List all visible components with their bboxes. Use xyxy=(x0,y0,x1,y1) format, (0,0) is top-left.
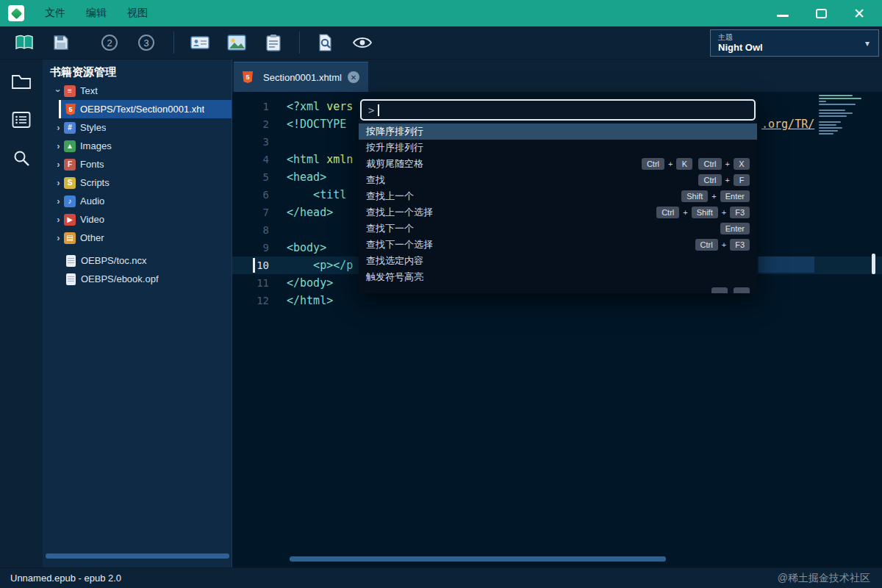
doctype-link[interactable]: .org/TR/ xyxy=(761,115,814,133)
key-badge: Ctrl xyxy=(656,207,679,218)
circled-3-button[interactable]: 3 xyxy=(132,29,160,56)
line-number: 11 xyxy=(232,274,269,292)
menu-item[interactable]: 视图 xyxy=(127,7,148,20)
document-icon xyxy=(66,273,76,285)
preview-button[interactable] xyxy=(348,29,376,56)
close-button[interactable]: ✕ xyxy=(851,5,867,21)
palette-item-label: 查找上一个选择 xyxy=(366,206,433,219)
vertical-scrollbar-thumb[interactable] xyxy=(872,254,875,274)
theme-selector[interactable]: 主题 Night Owl ▾ xyxy=(710,29,879,57)
code-text: <body> xyxy=(287,239,326,257)
key-badge: X xyxy=(734,158,750,170)
palette-item-shortcut: Enter xyxy=(720,223,750,234)
image-icon xyxy=(227,35,246,51)
code-text: <head> xyxy=(287,168,326,186)
key-badge: F3 xyxy=(730,207,750,218)
palette-item[interactable]: 查找下一个Enter xyxy=(359,220,757,237)
tab-section0001[interactable]: 5 Section0001.xhtml ✕ xyxy=(234,62,368,92)
minimap[interactable] xyxy=(819,95,876,136)
book-browser-button[interactable] xyxy=(10,29,38,56)
tree-item-label: OEBPS/Text/Section0001.xht xyxy=(80,104,204,115)
toc-button[interactable] xyxy=(0,101,43,139)
menu-item[interactable]: 文件 xyxy=(45,7,65,20)
save-button[interactable] xyxy=(47,29,75,56)
find-button[interactable] xyxy=(312,29,340,56)
images-folder-icon: ▲ xyxy=(64,140,76,152)
palette-item[interactable]: 查找上一个选择Ctrl+Shift+F3 xyxy=(359,204,757,220)
key-badge: Ctrl xyxy=(698,174,721,186)
key-badge: K xyxy=(676,158,692,170)
titlebar: 文件编辑视图 ✕ xyxy=(0,0,882,26)
code-text: <titl xyxy=(287,186,346,204)
tree-item[interactable]: ›#Styles xyxy=(43,118,232,137)
tree-item-label: Video xyxy=(80,214,104,225)
palette-item-label: 查找下一个选择 xyxy=(366,238,433,251)
tree-item[interactable]: ›▲Images xyxy=(43,137,232,155)
palette-item[interactable]: 触发符号高亮 xyxy=(359,269,757,285)
code-text: </body> xyxy=(287,274,333,292)
palette-item-label: 触发符号高亮 xyxy=(366,270,423,284)
tree-item[interactable]: ›▤Other xyxy=(43,229,232,247)
id-card-icon xyxy=(190,35,209,51)
palette-item[interactable] xyxy=(359,285,757,293)
file-browser-button[interactable] xyxy=(0,62,43,101)
tab-label: Section0001.xhtml xyxy=(263,72,342,83)
tab-close-icon[interactable]: ✕ xyxy=(348,71,359,83)
tree-item[interactable]: ›FFonts xyxy=(43,155,232,173)
styles-folder-icon: # xyxy=(64,122,76,134)
line-number: 12 xyxy=(232,292,269,309)
file-tree: ›≡Text5OEBPS/Text/Section0001.xht›#Style… xyxy=(43,82,232,288)
clipboard-button[interactable] xyxy=(259,29,287,56)
palette-item[interactable]: 查找Ctrl+F xyxy=(359,172,757,188)
circled-2-button[interactable]: 2 xyxy=(96,29,123,56)
tree-item[interactable]: ›♪Audio xyxy=(43,192,232,210)
palette-item-shortcut: Ctrl+Shift+F3 xyxy=(656,207,750,218)
insert-image-button[interactable] xyxy=(223,29,251,56)
palette-item-shortcut: Shift+Enter xyxy=(681,190,750,202)
key-badge xyxy=(734,287,750,293)
palette-item[interactable]: 按降序排列行 xyxy=(359,123,757,140)
palette-item-shortcut: Ctrl+F xyxy=(698,174,750,186)
line-number: 9 xyxy=(232,239,269,257)
minimize-button[interactable] xyxy=(775,5,791,21)
palette-input[interactable]: > xyxy=(360,99,756,121)
palette-item[interactable]: 裁剪尾随空格Ctrl+KCtrl+X xyxy=(359,156,757,172)
key-badge: Shift xyxy=(692,207,718,218)
tree-item[interactable]: OEBPS/toc.ncx xyxy=(43,251,232,270)
chevron-right-icon: › xyxy=(53,214,64,225)
tree-item[interactable]: ›≡Text xyxy=(43,82,232,100)
key-badge: Enter xyxy=(720,190,750,202)
tree-hscrollbar[interactable] xyxy=(46,553,229,559)
tree-item[interactable]: ›▶Video xyxy=(43,210,232,229)
chevron-right-icon: › xyxy=(53,159,64,170)
menu-item[interactable]: 编辑 xyxy=(86,7,107,20)
line-number: 5 xyxy=(232,168,269,186)
palette-item[interactable]: 查找上一个Shift+Enter xyxy=(359,188,757,204)
key-badge: Ctrl xyxy=(698,158,721,170)
search-button[interactable] xyxy=(0,139,43,177)
key-badge xyxy=(711,287,728,293)
editor-hscrollbar[interactable] xyxy=(290,556,666,562)
tab-bar: 5 Section0001.xhtml ✕ xyxy=(232,60,882,92)
folder-icon xyxy=(11,73,32,90)
code-text: <!DOCTYPE xyxy=(287,115,346,133)
palette-item-label: 查找上一个 xyxy=(366,190,414,203)
palette-item[interactable]: 查找选定内容 xyxy=(359,253,757,269)
tree-item-label: OEBPS/ebook.opf xyxy=(81,273,159,284)
code-line[interactable]: 12</html> xyxy=(232,292,882,309)
palette-item-label: 按降序排列行 xyxy=(366,125,423,138)
tree-item[interactable]: ›SScripts xyxy=(43,173,232,192)
line-number: 4 xyxy=(232,151,269,168)
tree-item-label: Fonts xyxy=(80,159,104,170)
maximize-button[interactable] xyxy=(813,5,829,21)
key-badge: F xyxy=(734,174,750,186)
palette-item[interactable]: 查找下一个选择Ctrl+F3 xyxy=(359,237,757,253)
selection-highlight xyxy=(759,257,814,273)
palette-item-shortcut xyxy=(711,287,750,293)
theme-value: Night Owl xyxy=(718,42,878,53)
tree-item[interactable]: OEBPS/ebook.opf xyxy=(43,270,232,288)
watermark: @稀土掘金技术社区 xyxy=(778,572,870,585)
palette-item[interactable]: 按升序排列行 xyxy=(359,140,757,156)
tree-item[interactable]: 5OEBPS/Text/Section0001.xht xyxy=(59,100,232,118)
book-info-button[interactable] xyxy=(186,29,214,56)
